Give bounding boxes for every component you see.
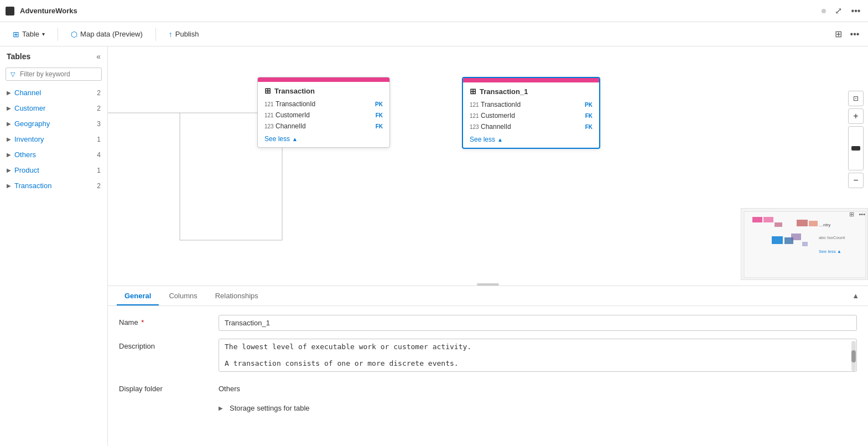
grid-view-icon[interactable]: ⊞	[831, 28, 845, 41]
publish-icon: ↑	[169, 30, 173, 39]
see-less-button[interactable]: See less ▲	[258, 132, 389, 147]
filter-input-container[interactable]: ▽	[6, 68, 102, 81]
zoom-in-button[interactable]: +	[848, 108, 864, 124]
svg-text:abc IsoCount: abc IsoCount	[819, 235, 845, 240]
sidebar-item-label: Product	[14, 166, 97, 174]
sidebar-item-channel[interactable]: ▶ Channel 2	[0, 85, 107, 101]
display-folder-label-text: Display folder	[119, 385, 163, 393]
sidebar-item-geography[interactable]: ▶ Geography 3	[0, 116, 107, 132]
display-folder-label: Display folder	[119, 381, 219, 393]
chevron-right-icon: ▶	[7, 90, 11, 96]
display-folder-value: Others	[219, 381, 857, 396]
transaction1-card[interactable]: ⊞ Transaction_1 121 TransactionId PK 121…	[462, 77, 600, 149]
name-input[interactable]	[219, 315, 857, 331]
app-logo	[6, 7, 14, 15]
zoom-slider[interactable]	[848, 126, 864, 170]
sidebar-item-transaction[interactable]: ▶ Transaction 2	[0, 178, 107, 194]
description-textarea-wrap: The lowest level of executable work or c…	[219, 339, 857, 374]
description-label-text: Description	[119, 342, 155, 350]
sidebar-item-count: 1	[97, 167, 101, 174]
tab-relationships[interactable]: Relationships	[207, 286, 266, 305]
field-name: ChannelId	[481, 123, 583, 131]
transaction1-card-header	[463, 78, 599, 82]
form-row-description: Description The lowest level of executab…	[119, 339, 857, 374]
see-less-button-1[interactable]: See less ▲	[463, 132, 599, 148]
panel-collapse-button[interactable]: ▲	[852, 292, 859, 300]
field-name: TransactionId	[481, 101, 583, 108]
map-data-icon: ⬡	[71, 30, 77, 39]
more-options-icon[interactable]: •••	[849, 4, 862, 18]
description-label: Description	[119, 339, 219, 350]
field-type-icon: 123	[470, 124, 481, 130]
title-bar-actions: ⤢ •••	[831, 4, 862, 18]
see-less-text-1: See less	[470, 136, 495, 143]
zoom-thumb	[851, 146, 860, 151]
fit-view-button[interactable]: ⊡	[848, 91, 864, 106]
field-type-icon: 121	[470, 113, 481, 119]
zoom-controls: ⊡ + −	[848, 91, 864, 188]
name-label: Name *	[119, 315, 219, 326]
mini-map-more-icon[interactable]: •••	[859, 211, 865, 217]
table-label: Table	[22, 30, 39, 38]
sidebar-item-count: 4	[97, 151, 101, 159]
field-type-icon: 121	[470, 102, 481, 108]
table-icon: ⊞	[13, 30, 19, 39]
svg-rect-13	[791, 234, 801, 240]
panel-resize-handle[interactable]	[477, 283, 499, 286]
sidebar-item-count: 2	[97, 182, 101, 190]
field-row: 121 CustomerId FK	[463, 110, 599, 121]
field-badge: FK	[376, 112, 383, 118]
sidebar-item-inventory[interactable]: ▶ Inventory 1	[0, 132, 107, 147]
sidebar-item-customer[interactable]: ▶ Customer 2	[0, 101, 107, 116]
field-badge: FK	[376, 123, 383, 129]
sidebar-item-label: Others	[14, 151, 97, 159]
tab-general[interactable]: General	[117, 286, 159, 305]
more-toolbar-icon[interactable]: •••	[848, 28, 861, 41]
transaction-card[interactable]: ⊞ Transaction 121 TransactionId PK 121 C…	[257, 77, 390, 148]
form-row-name: Name *	[119, 315, 857, 331]
chevron-up-icon-1: ▲	[497, 137, 503, 143]
zoom-out-button[interactable]: −	[848, 173, 864, 188]
bottom-panel-content: Name * Description The lowest level of e…	[108, 306, 868, 424]
field-type-icon: 121	[264, 112, 276, 118]
svg-rect-8	[775, 222, 782, 227]
field-name: ChannelId	[276, 122, 373, 130]
sidebar-item-label: Transaction	[14, 181, 97, 190]
field-row: 121 TransactionId PK	[463, 99, 599, 110]
svg-rect-6	[752, 217, 762, 222]
chevron-right-icon: ▶	[7, 121, 11, 127]
filter-keyword-input[interactable]	[20, 70, 97, 78]
toolbar-divider-2	[155, 28, 156, 41]
publish-button[interactable]: ↑ Publish	[163, 27, 205, 42]
sidebar-item-product[interactable]: ▶ Product 1	[0, 163, 107, 178]
sidebar-title: Tables	[7, 52, 30, 61]
description-textarea[interactable]: The lowest level of executable work or c…	[219, 339, 857, 372]
sidebar-item-count: 3	[97, 120, 101, 128]
sidebar-item-others[interactable]: ▶ Others 4	[0, 147, 107, 163]
storage-settings-label: Storage settings for table	[230, 404, 310, 412]
restore-icon[interactable]: ⤢	[831, 4, 845, 18]
svg-text:See less ▲: See less ▲	[819, 249, 841, 254]
field-badge: PK	[375, 101, 383, 107]
sidebar-collapse-button[interactable]: «	[96, 52, 101, 61]
table-button[interactable]: ⊞ Table ▾	[7, 27, 51, 42]
main-layout: Tables « ▽ ▶ Channel 2 ▶ Customer 2 ▶ Ge…	[0, 46, 868, 446]
sidebar-header: Tables «	[0, 46, 107, 65]
svg-rect-14	[802, 242, 808, 246]
form-row-display-folder: Display folder Others	[119, 381, 857, 396]
svg-rect-12	[809, 221, 818, 226]
storage-settings-row[interactable]: ▶ Storage settings for table	[119, 404, 857, 412]
mini-map-grid-icon[interactable]: ⊞	[849, 211, 854, 218]
bottom-panel: General Columns Relationships ▲ Name *	[108, 286, 868, 446]
tab-general-label: General	[124, 292, 151, 300]
toolbar-divider-1	[58, 28, 58, 41]
sidebar-item-label: Channel	[14, 89, 97, 97]
tab-columns[interactable]: Columns	[161, 286, 205, 305]
textarea-scrollbar	[851, 341, 856, 371]
transaction-title-text: Transaction	[274, 87, 315, 95]
map-data-button[interactable]: ⬡ Map data (Preview)	[65, 27, 149, 42]
sidebar-item-count: 2	[97, 105, 101, 112]
svg-rect-11	[797, 220, 808, 226]
transaction-card-title: ⊞ Transaction	[258, 82, 389, 98]
name-label-text: Name	[119, 318, 138, 326]
